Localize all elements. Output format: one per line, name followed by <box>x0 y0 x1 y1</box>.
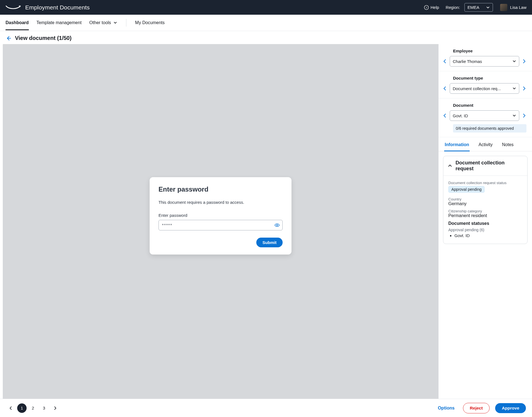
doctype-select[interactable]: Document collection req... <box>450 83 519 94</box>
main-nav: Dashboard Template management Other tool… <box>0 15 532 31</box>
brand-logo <box>6 4 21 11</box>
page-1[interactable]: 1 <box>17 403 27 413</box>
page-next-icon[interactable] <box>50 403 60 413</box>
document-value: Govt. ID <box>453 113 468 118</box>
page-2[interactable]: 2 <box>28 403 38 413</box>
country-value: Germany <box>448 201 522 206</box>
chevron-down-icon <box>512 59 516 63</box>
chevron-down-icon <box>113 21 117 25</box>
document-next-icon[interactable] <box>521 113 526 118</box>
employee-value: Charlie Thomas <box>453 59 482 64</box>
approval-summary: 0/6 required documents approved <box>453 124 526 133</box>
footer-bar: 1 2 3 Options Reject Approve <box>0 399 532 417</box>
page-3[interactable]: 3 <box>39 403 49 413</box>
page-title-row: View document (1/50) <box>0 31 532 44</box>
submit-button[interactable]: Submit <box>256 238 283 247</box>
nav-dashboard[interactable]: Dashboard <box>6 15 29 30</box>
citizenship-value: Permanent resident <box>448 213 522 218</box>
employee-selector-group: Employee Charlie Thomas <box>439 44 532 71</box>
page-title: View document (1/50) <box>15 35 71 41</box>
chevron-down-icon <box>512 87 516 90</box>
employee-select[interactable]: Charlie Thomas <box>450 56 519 67</box>
nav-other-tools-label: Other tools <box>89 20 111 25</box>
doc-statuses-heading: Document statuses <box>448 221 522 226</box>
help-link[interactable]: ? Help <box>424 5 439 10</box>
password-heading: Enter password <box>158 185 283 193</box>
doctype-selector-group: Document type Document collection req... <box>439 71 532 98</box>
status-label: Document collection request status <box>448 181 522 185</box>
avatar <box>500 4 507 11</box>
region-label: Region: <box>446 5 460 10</box>
document-label: Document <box>453 103 526 108</box>
doctype-value: Document collection req... <box>453 86 501 91</box>
user-name: Lisa Law <box>510 5 526 10</box>
top-header: Employment Documents ? Help Region: EMEA… <box>0 0 532 15</box>
chevron-down-icon <box>512 114 516 118</box>
reject-button[interactable]: Reject <box>463 403 490 413</box>
doctype-prev-icon[interactable] <box>443 86 447 91</box>
back-arrow-icon[interactable] <box>6 35 12 41</box>
password-field-label: Enter password <box>158 213 283 218</box>
information-panel: Document collection request Document col… <box>439 151 532 399</box>
pending-group-label: Approval pending (6) <box>448 228 522 232</box>
region-value: EMEA <box>467 5 479 10</box>
pagination: 1 2 3 <box>6 403 60 413</box>
svg-point-2 <box>277 225 278 226</box>
nav-divider <box>126 19 126 27</box>
details-sidebar: Employee Charlie Thomas Document type <box>438 44 532 399</box>
chevron-up-icon <box>448 164 452 168</box>
region-select[interactable]: EMEA <box>464 3 493 12</box>
doctype-next-icon[interactable] <box>521 86 526 91</box>
request-card-title: Document collection request <box>456 160 523 172</box>
detail-tabs: Information Activity Notes <box>439 137 532 151</box>
nav-other-tools[interactable]: Other tools <box>89 15 117 30</box>
tab-notes[interactable]: Notes <box>502 140 514 151</box>
status-badge: Approval pending <box>448 186 485 193</box>
options-button[interactable]: Options <box>438 406 454 411</box>
document-selector-group: Document Govt. ID 0/6 required documents… <box>439 98 532 137</box>
password-modal: Enter password This document requires a … <box>150 177 291 255</box>
country-label: Country <box>448 197 522 201</box>
nav-template-management[interactable]: Template management <box>37 15 82 30</box>
request-card: Document collection request Document col… <box>443 156 528 244</box>
help-label: Help <box>431 5 439 10</box>
document-viewer: Enter password This document requires a … <box>3 44 438 399</box>
employee-next-icon[interactable] <box>521 59 526 64</box>
list-item: Govt. ID <box>454 233 522 238</box>
help-icon: ? <box>424 5 429 10</box>
document-select[interactable]: Govt. ID <box>450 110 519 121</box>
password-input[interactable] <box>158 220 283 230</box>
page-prev-icon[interactable] <box>6 403 16 413</box>
user-menu[interactable]: Lisa Law <box>500 4 526 11</box>
doctype-label: Document type <box>453 76 526 80</box>
tab-activity[interactable]: Activity <box>478 140 493 151</box>
app-title: Employment Documents <box>25 4 90 11</box>
chevron-down-icon <box>486 6 490 9</box>
tab-information[interactable]: Information <box>444 140 470 151</box>
svg-text:?: ? <box>426 6 427 9</box>
employee-label: Employee <box>453 49 526 53</box>
eye-icon[interactable] <box>274 222 280 228</box>
document-prev-icon[interactable] <box>443 113 447 118</box>
approve-button[interactable]: Approve <box>495 403 526 413</box>
citizenship-label: Citizenship category <box>448 209 522 213</box>
request-card-header[interactable]: Document collection request <box>443 156 527 176</box>
nav-my-documents[interactable]: My Documents <box>135 15 165 30</box>
employee-prev-icon[interactable] <box>443 59 447 64</box>
pending-list: Govt. ID <box>448 233 522 238</box>
password-description: This document requires a password to acc… <box>158 200 283 205</box>
